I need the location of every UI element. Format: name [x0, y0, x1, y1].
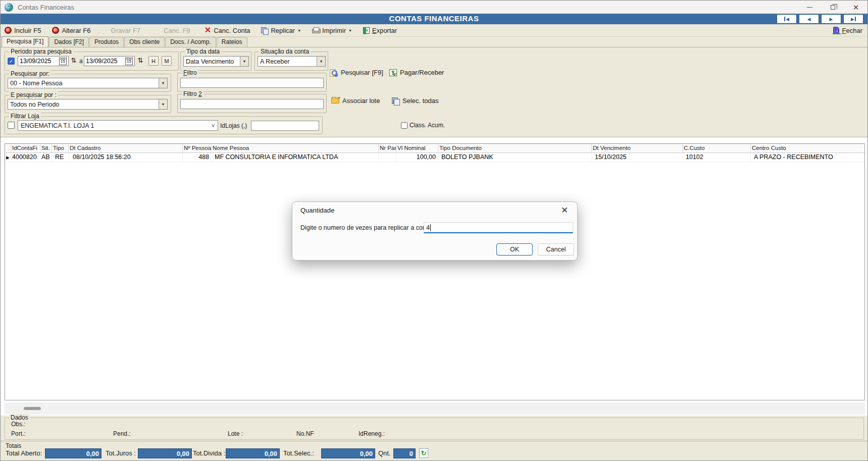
chevron-down-icon: ▼: [159, 78, 167, 88]
tipo-data-select[interactable]: Data Vencimento ▼: [183, 56, 249, 67]
e-pesquisar-select[interactable]: Todos no Periodo ▼: [8, 99, 168, 110]
date-from-field[interactable]: 13/09/2025 15: [18, 56, 69, 66]
exportar-button[interactable]: Exportar: [363, 27, 397, 34]
hour-button[interactable]: H: [148, 56, 159, 66]
replicar-button[interactable]: Replicar ▼: [261, 27, 301, 34]
scrollbar-thumb[interactable]: [24, 407, 41, 410]
tab-obs-cliente[interactable]: Obs cliente: [124, 37, 165, 47]
periodo-groupbox: Período para pesquisa ✓ 13/09/2025 15 ⇅ …: [5, 52, 179, 71]
app-icon: [5, 3, 13, 12]
tab-produtos[interactable]: Produtos: [89, 37, 124, 47]
date-to-field[interactable]: 13/09/2025 15: [84, 56, 135, 66]
grid-header[interactable]: Sit.: [40, 144, 52, 152]
title-bar: Contas Financeiras ✕: [1, 1, 867, 14]
ok-button[interactable]: OK: [496, 243, 533, 255]
cancel-button[interactable]: Cancel: [538, 243, 574, 255]
maximize-button[interactable]: [821, 1, 844, 14]
cell-centro-custo: A PRAZO - RECEBIMENTO: [751, 153, 865, 162]
grid-header[interactable]: Dt Cadastro: [69, 144, 183, 152]
date-to-spinner[interactable]: ⇅: [136, 57, 144, 64]
grid-header[interactable]: Nr Parc: [379, 144, 396, 152]
associar-lote-button[interactable]: Associar lote: [331, 97, 380, 105]
grid-header[interactable]: Tipo: [52, 144, 69, 152]
port-label: Port.:: [11, 430, 26, 437]
tab-pesquisa[interactable]: Pesquisa [F1]: [2, 36, 48, 47]
filtro-input[interactable]: [180, 78, 324, 88]
lote-label: Lote :: [228, 430, 243, 437]
cell-sit: AB: [40, 153, 52, 162]
loja-combobox[interactable]: ENGEMATICA T.I. LOJA 1 ∨: [18, 120, 218, 131]
date-from-spinner[interactable]: ⇅: [70, 57, 78, 64]
cell-nr-parc: [379, 153, 396, 162]
calendar-icon[interactable]: 15: [59, 58, 67, 65]
horizontal-scrollbar[interactable]: [5, 402, 865, 415]
tipo-data-groupbox: Tipo da data Data Vencimento ▼: [180, 52, 251, 71]
close-icon: ✕: [561, 205, 568, 216]
grid-header[interactable]: Tipo Documento: [438, 144, 592, 152]
cell-idcontafi: 4000820: [11, 153, 40, 162]
idreneg-label: IdReneg.:: [359, 430, 385, 437]
window-title: Contas Financeiras: [18, 4, 74, 11]
tab-rateios[interactable]: Rateios: [217, 37, 247, 47]
quantity-input[interactable]: 4: [424, 222, 573, 233]
qnt-label: Qnt.: [378, 449, 391, 457]
grid-header[interactable]: C.Custo: [683, 144, 751, 152]
filtro-groupbox: Filtro: [177, 73, 327, 92]
nav-prev-button[interactable]: ◀: [799, 14, 819, 24]
cancelar-f8-button: Canc. F8: [164, 27, 190, 34]
refresh-icon[interactable]: ↻: [419, 448, 428, 458]
pend-label: Pend.:: [113, 430, 131, 437]
close-button[interactable]: ✕: [844, 1, 867, 14]
grid-header[interactable]: Dt Vencimento: [592, 144, 683, 152]
table-row[interactable]: ▶ 4000820 AB RE 08/10/2025 18:56:20 488 …: [5, 153, 864, 162]
idlojas-input[interactable]: [251, 121, 319, 131]
calendar-icon[interactable]: 15: [125, 58, 133, 65]
nav-first-button[interactable]: ◀: [777, 14, 797, 24]
fechar-button[interactable]: Fechar: [833, 24, 862, 37]
filter-panel: Período para pesquisa ✓ 13/09/2025 15 ⇅ …: [1, 47, 867, 137]
grid-header-row: IdContaFi Sit. Tipo Dt Cadastro Nº Pesso…: [5, 144, 864, 153]
select-all-icon: [392, 97, 399, 105]
tab-docs-acomp[interactable]: Docs. / Acomp.: [165, 37, 216, 47]
periodo-checkbox[interactable]: ✓: [8, 58, 15, 65]
pesquisar-por-select[interactable]: 00 - Nome Pessoa ▼: [8, 78, 168, 88]
folder-icon: [331, 98, 339, 104]
page-title: CONTAS FINANCEIRAS: [1, 14, 867, 23]
grid-header[interactable]: IdContaFi: [11, 144, 40, 152]
nav-last-button[interactable]: ▶: [843, 14, 863, 24]
cancelar-conta-button[interactable]: ✕ Canc. Conta: [205, 26, 250, 34]
chevron-down-icon: ▼: [159, 99, 167, 109]
imprimir-button[interactable]: Imprimir ▼: [312, 27, 352, 34]
tot-divida-value: 0,00: [226, 448, 280, 458]
minute-button[interactable]: M: [162, 56, 172, 66]
row-selector-icon: ▶: [5, 153, 11, 162]
situacao-select[interactable]: A Receber ▼: [258, 56, 326, 67]
grid-header[interactable]: Nome Pessoa: [212, 144, 379, 152]
grid-header[interactable]: Nº Pessoa: [183, 144, 212, 152]
app-window: Contas Financeiras ✕ CONTAS FINANCEIRAS …: [0, 0, 868, 461]
grid-header[interactable]: Vl Nominal: [396, 144, 438, 152]
selec-todas-button[interactable]: Selec. todas: [392, 97, 439, 105]
minimize-button[interactable]: [798, 1, 821, 14]
grid-header-selector: [5, 144, 11, 152]
nav-next-button[interactable]: ▶: [821, 14, 841, 24]
tot-juros-value: 0,00: [138, 448, 192, 458]
chevron-down-icon: ▼: [240, 57, 248, 66]
search-icon: [330, 69, 338, 76]
alterar-button[interactable]: Alterar F6: [52, 27, 90, 34]
filtro2-input[interactable]: [180, 99, 324, 109]
grid-header[interactable]: Centro Custo: [751, 144, 865, 152]
results-grid: IdContaFi Sit. Tipo Dt Cadastro Nº Pesso…: [1, 137, 867, 416]
record-icon: [5, 27, 12, 34]
tab-dados[interactable]: Dados [F2]: [49, 37, 89, 47]
filtrar-loja-checkbox[interactable]: [8, 122, 15, 129]
chevron-down-icon: ▼: [317, 57, 325, 66]
incluir-button[interactable]: Incluir F5: [5, 27, 41, 34]
class-acum-checkbox[interactable]: Class. Acum.: [401, 122, 445, 129]
pagar-receber-button[interactable]: $ Pagar/Receber: [389, 69, 444, 76]
dialog-close-button[interactable]: ✕: [559, 204, 570, 216]
filtro2-groupbox: Filtro 2: [177, 94, 327, 113]
exit-door-icon: [833, 27, 839, 34]
pesquisar-button[interactable]: Pesquisar [F9]: [330, 69, 383, 76]
filtrar-loja-groupbox: Filtrar Loja ENGEMATICA T.I. LOJA 1 ∨ Id…: [5, 116, 323, 134]
